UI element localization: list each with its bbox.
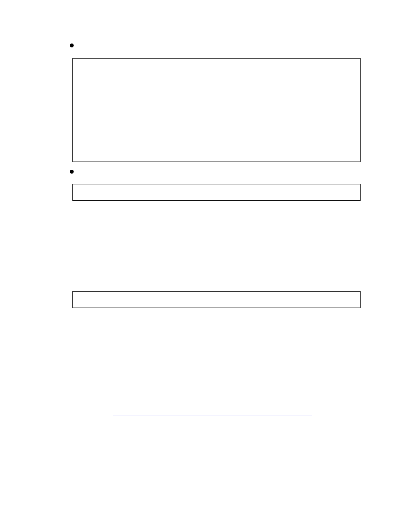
bullet-icon xyxy=(70,44,74,47)
code-block-box-large xyxy=(72,58,361,162)
document-page xyxy=(0,0,411,532)
hyperlink-underline[interactable] xyxy=(113,416,312,416)
code-block-box-small xyxy=(72,184,361,201)
bullet-icon xyxy=(70,170,74,174)
code-block-box-small xyxy=(72,291,361,308)
